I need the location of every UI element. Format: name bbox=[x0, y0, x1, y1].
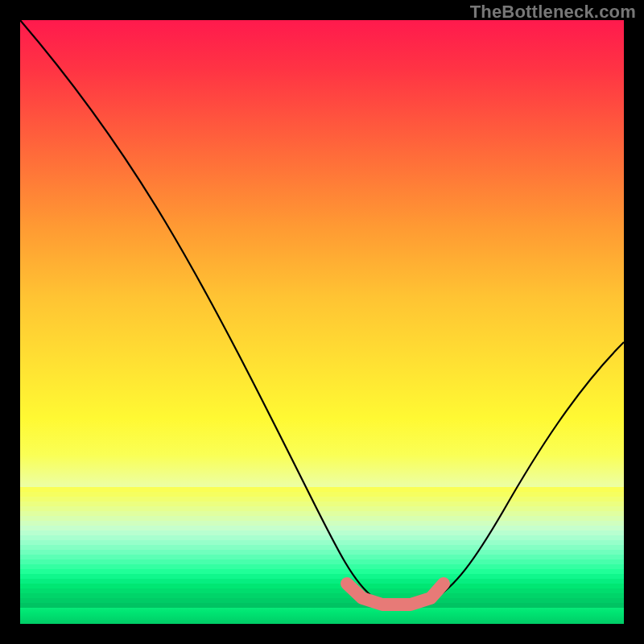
chart-container: TheBottleneck.com bbox=[0, 0, 644, 644]
watermark-text: TheBottleneck.com bbox=[470, 2, 636, 23]
gradient-background bbox=[20, 20, 624, 624]
